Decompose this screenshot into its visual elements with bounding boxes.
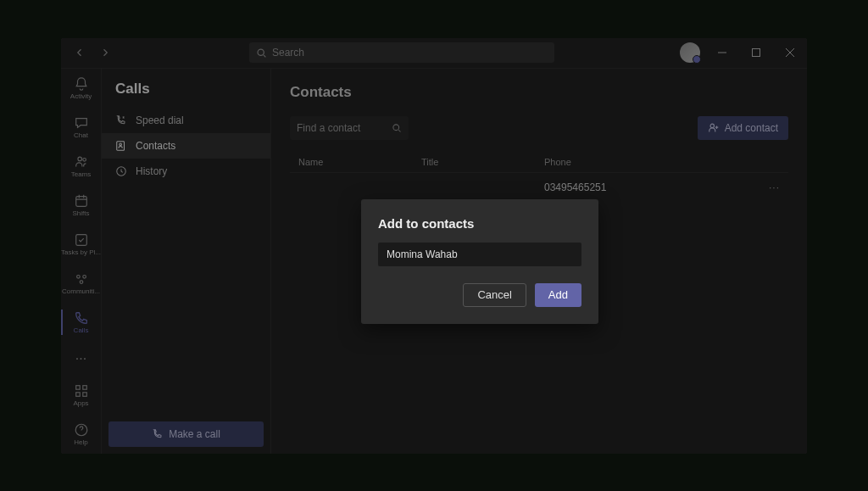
app-window: Search Activity Chat Teams Shifts Tasks … bbox=[61, 38, 807, 454]
cancel-button[interactable]: Cancel bbox=[463, 283, 526, 307]
modal-actions: Cancel Add bbox=[378, 283, 581, 307]
modal-title: Add to contacts bbox=[378, 216, 581, 231]
modal-name-input[interactable] bbox=[378, 243, 581, 266]
add-to-contacts-modal: Add to contacts Cancel Add bbox=[361, 199, 598, 324]
add-button[interactable]: Add bbox=[535, 283, 581, 307]
